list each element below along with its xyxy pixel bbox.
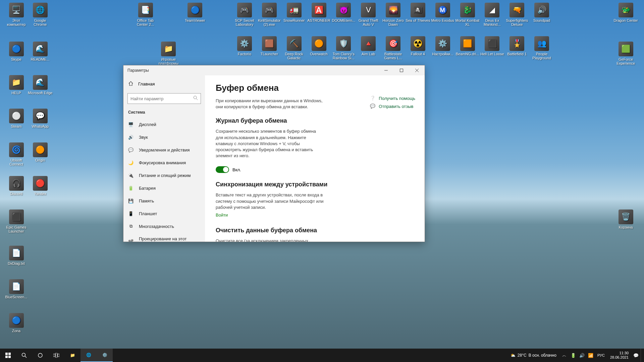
signin-link[interactable]: Войти [216,213,414,218]
tray-battery-icon[interactable]: 🔋 [569,349,577,362]
sidebar-item[interactable]: 📽️Проецирование на этот компьютер [123,233,205,242]
desktop-icon[interactable]: 🔊Soundpad [529,3,554,22]
icon-label: TeamViewer [182,18,208,22]
desktop-icon[interactable]: 🔵Skype [4,42,29,61]
sidebar-item[interactable]: 💾Память [123,194,205,207]
feedback-link[interactable]: 💬 Отправить отзыв [370,104,415,109]
desktop-icon[interactable]: Ⓜ️Metro Exodus [430,3,455,22]
sidebar-item[interactable]: ⧉Многозадачность [123,220,205,233]
tray-language[interactable]: РУС [595,349,607,362]
tray-wifi-icon[interactable]: 📶 [587,349,595,362]
app-icon: 🎮 [262,3,277,17]
icon-label: Fallout 4 [405,52,431,56]
desktop-icon[interactable]: 🎧Discord [4,176,29,196]
sync-heading: Синхронизация между устройствами [216,181,414,188]
desktop-icon[interactable]: 🚛SnowRunner [281,3,307,22]
sidebar-home[interactable]: Главная [123,77,205,90]
sidebar-item-label: Батарея [139,186,156,191]
minimize-button[interactable] [378,65,394,75]
desktop-icon[interactable]: 🟩GeForce Experience [613,42,639,65]
desktop-icon[interactable]: 🎯Battlestate Games L... [380,36,406,60]
history-toggle[interactable] [216,166,229,173]
app-icon: ☢️ [411,36,425,51]
desktop-icon[interactable]: 📁Игровые платформы [156,42,181,65]
desktop-icon[interactable]: ◢Deus Ex Mankind... [479,3,505,26]
desktop-icon[interactable]: 🔵TeamViewer [182,3,208,22]
desktop-icon[interactable]: ⚙️Настройки... [430,36,455,56]
desktop-icon[interactable]: 🐲Dragon Center [613,3,639,22]
desktop-icon[interactable]: 🏴‍☠️Sea of Thieves [405,3,431,22]
tray-notifications-icon[interactable]: 💬 [632,349,640,362]
taskview-button[interactable] [48,349,64,362]
desktop-icon[interactable]: 🟠Origin [28,142,53,162]
desktop-icon[interactable]: 🌀Ubisoft Connect [4,142,29,166]
desktop-icon[interactable]: ⚪Steam [4,109,29,128]
desktop-icon[interactable]: 🅰️ASTRONEER [306,3,332,22]
desktop-icon[interactable]: 🟫TLauncher [257,36,282,56]
sync-desc: Вставьте текст на других устройствах, по… [216,192,333,210]
app-icon: 🌀 [9,142,24,157]
desktop-icon[interactable]: 🔵Zona [4,313,29,333]
sidebar-item[interactable]: 🌙Фокусировка внимания [123,156,205,169]
desktop-icon[interactable]: 📁HELP [4,75,29,95]
desktop-icon[interactable]: 🛡️Tom Clancy's Rainbow Si... [331,36,356,60]
show-desktop-button[interactable] [641,349,643,362]
tray-weather[interactable]: ⛅ 28°C В осн. облачно [507,349,560,362]
app-icon: 🟠 [33,142,48,157]
icon-label: GeForce Experience [613,57,639,65]
sidebar-item[interactable]: 📱Планшет [123,207,205,220]
desktop-icon[interactable]: 💬WhatsApp [28,109,53,128]
taskbar-chrome[interactable]: 🌐 [80,349,97,362]
desktop-icon[interactable]: 🎮SCP Secret Laboratory [232,3,257,26]
sidebar-home-label: Главная [138,81,155,86]
tray-chevron-up-icon[interactable]: ︿ [560,349,569,362]
desktop-icon[interactable]: ⬛Hell Let Loose [479,36,505,56]
desktop-icon[interactable]: 🌄Horizon Zero Dawn [380,3,406,26]
sidebar-item[interactable]: 💬Уведомления и действия [123,143,205,156]
desktop-icon[interactable]: 🔺Aim Lab [356,36,381,56]
sidebar-item[interactable]: 🖥️Дисплей [123,118,205,131]
desktop-icon[interactable]: ⚙️Factorio [232,36,257,56]
settings-search[interactable] [127,93,201,104]
desktop-icon[interactable]: 📄DxDiag.txt [4,246,29,265]
sidebar-item[interactable]: 🔋Батарея [123,182,205,194]
desktop-icon[interactable]: 🖥️Этот компьютер [4,3,29,26]
svg-rect-15 [58,354,59,357]
tray-clock[interactable]: 11:30 28.06.2021 [607,351,631,360]
desktop-icon[interactable]: ⬛Epic Games Launcher [4,209,29,233]
cortana-button[interactable] [32,349,48,362]
taskbar-explorer[interactable]: 📁 [64,349,80,362]
get-help-link[interactable]: ❔ Получить помощь [370,96,415,101]
desktop-icon[interactable]: 🌐Google Chrome [28,3,53,26]
desktop-icon[interactable]: 🟠Overwatch [306,36,332,56]
icon-label: Epic Games Launcher [4,225,29,233]
sidebar-item-icon: 💬 [128,147,133,153]
sidebar-item[interactable]: 🔌Питание и спящий режим [123,169,205,182]
desktop-icon[interactable]: 🌊Microsoft Edge [28,75,53,95]
desktop-icon[interactable]: 👥People Playground [529,36,554,60]
desktop-icon[interactable]: 🔫Superfighters Deluxe [504,3,530,26]
search-button[interactable] [16,349,32,362]
desktop-icon[interactable]: 😈DOOMEtern... [331,3,356,22]
desktop-icon[interactable]: ☢️Fallout 4 [405,36,431,56]
desktop-icon[interactable]: 🎮KirillSimulator (2).exe [257,3,282,26]
desktop-icon[interactable]: 📄BlueScreen... [4,279,29,299]
desktop-icon[interactable]: ⅤGrand Theft Auto V [356,3,381,26]
desktop-icon[interactable]: 🎖️Battlefield 1 [504,36,530,56]
desktop-icon[interactable]: 🟧BeamNG.dri... [455,36,480,56]
desktop-icon[interactable]: 🌊README... [28,42,53,61]
start-button[interactable] [0,349,16,362]
desktop-icon[interactable]: 🔴Yandex [28,176,53,196]
desktop-icon[interactable]: 📑Office Tab Center 2... [133,3,158,26]
maximize-button[interactable] [394,65,409,75]
close-button[interactable] [409,65,425,75]
app-icon: 👥 [534,36,549,51]
desktop-icon[interactable]: 🐉Mortal Kombat XL [455,3,480,26]
tray-volume-icon[interactable]: 🔊 [578,349,586,362]
sidebar-item[interactable]: 🔊Звук [123,131,205,143]
desktop-icon[interactable]: 🗑️Корзина [613,209,639,229]
taskbar-settings[interactable]: ⚙️ [97,349,113,362]
desktop-icon[interactable]: ⛏️Deep Rock Galactic [281,36,307,60]
app-icon: Ⓜ️ [435,3,450,17]
search-input[interactable] [130,96,193,101]
